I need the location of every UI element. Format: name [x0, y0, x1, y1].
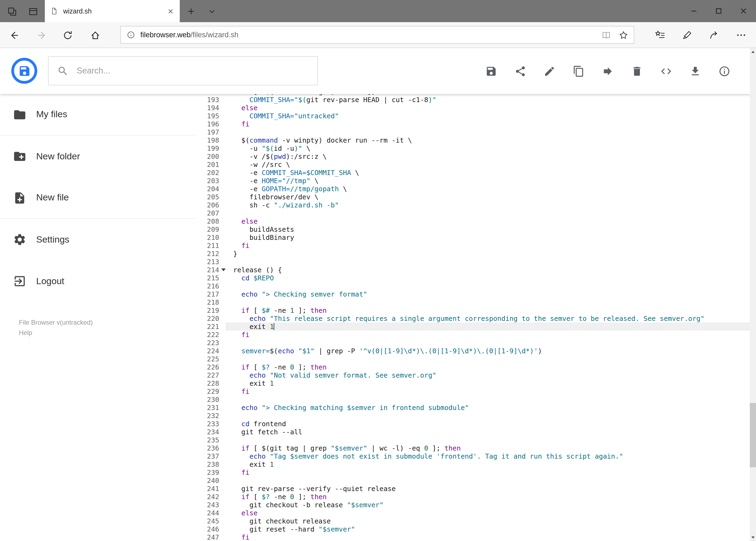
code-line[interactable]: 210 buildBinary — [195, 234, 750, 242]
scroll-up-icon[interactable] — [750, 48, 756, 55]
code-line[interactable]: 215 cd $REPO — [195, 274, 750, 282]
code-line[interactable]: 241 git rev-parse --verify --quiet relea… — [195, 485, 750, 493]
code-line[interactable]: 235 — [195, 436, 750, 444]
code-line[interactable]: 218 — [195, 298, 750, 306]
code-icon[interactable] — [659, 65, 672, 78]
code-line[interactable]: 203 -e HOME="//tmp" \ — [195, 177, 750, 185]
code-line[interactable]: 229 fi — [195, 387, 750, 395]
minimize-button[interactable] — [681, 0, 706, 22]
code-line[interactable]: 223 — [195, 339, 750, 347]
code-line[interactable]: 212} — [195, 250, 750, 258]
code-line[interactable]: 245 git checkout release — [195, 517, 750, 525]
code-line[interactable]: 226 if [ $? -ne 0 ]; then — [195, 363, 750, 371]
set-tabs-aside-icon[interactable] — [26, 4, 40, 18]
code-line[interactable]: 240 — [195, 476, 750, 485]
code-line[interactable]: 247 fi — [195, 533, 750, 541]
code-line[interactable]: 222 fi — [195, 330, 750, 339]
web-note-icon[interactable] — [676, 24, 698, 46]
search-box[interactable] — [48, 56, 318, 85]
refresh-icon[interactable] — [61, 28, 75, 43]
sidebar-item-settings[interactable]: Settings — [0, 219, 195, 261]
code-line[interactable]: 220 echo "This release script requires a… — [195, 314, 750, 322]
back-icon[interactable] — [7, 28, 22, 43]
code-line[interactable]: 198 $(command -v winpty) docker run --rm… — [195, 136, 750, 144]
code-line[interactable]: 231 echo "> Checking matching $semver in… — [195, 403, 750, 412]
code-line[interactable]: 206 sh -c "./wizard.sh -b" — [195, 201, 750, 209]
code-line[interactable]: 225 — [195, 355, 750, 363]
code-line[interactable]: 230 — [195, 395, 750, 403]
code-line[interactable]: 243 git checkout -b release "$semver" — [195, 501, 750, 509]
share-file-icon[interactable] — [514, 65, 527, 78]
code-line[interactable]: 233 cd frontend — [195, 420, 750, 428]
new-tab-button[interactable] — [184, 4, 198, 18]
code-line[interactable]: 239 fi — [195, 468, 750, 476]
sidebar-item-new-file[interactable]: New file — [0, 177, 195, 219]
tab-close-icon[interactable] — [167, 7, 174, 15]
code-line[interactable]: 194 else — [195, 104, 750, 112]
address-bar[interactable]: filebrowser.web/files/wizard.sh — [121, 26, 634, 44]
sidebar-item-my-files[interactable]: My files — [0, 94, 195, 136]
fold-arrow-icon[interactable] — [221, 269, 226, 271]
home-icon[interactable] — [88, 28, 103, 43]
hub-icon[interactable] — [649, 24, 671, 46]
code-line[interactable]: 224 semver=$(echo "$1" | grep -P '^v(0|[… — [195, 347, 750, 355]
share-icon[interactable] — [703, 24, 725, 46]
code-line[interactable]: 211 fi — [195, 242, 750, 250]
code-line[interactable]: 208 else — [195, 217, 750, 225]
code-line[interactable]: 228 exit 1 — [195, 379, 750, 387]
scroll-down-icon[interactable] — [750, 534, 756, 541]
code-line[interactable]: 217 echo "> Checking semver format" — [195, 290, 750, 298]
tab-list-chevron-icon[interactable] — [205, 4, 219, 18]
tabs-overview-icon[interactable] — [5, 4, 19, 18]
code-line[interactable]: 204 -e GOPATH=//tmp/gopath \ — [195, 185, 750, 193]
code-line[interactable]: 196 fi — [195, 120, 750, 128]
move-icon[interactable] — [601, 65, 614, 78]
delete-icon[interactable] — [630, 65, 643, 78]
code-line[interactable]: 244 else — [195, 509, 750, 517]
code-line[interactable]: 195 COMMIT_SHA="untracked" — [195, 112, 750, 120]
browser-tab[interactable]: wizard.sh — [45, 0, 180, 22]
code-line[interactable]: 219 if [ $# -ne 1 ]; then — [195, 306, 750, 314]
code-line[interactable]: 205 filebrowser/dev \ — [195, 193, 750, 201]
reading-view-icon[interactable] — [601, 30, 611, 40]
sidebar-item-logout[interactable]: Logout — [0, 261, 195, 302]
page-info-icon[interactable] — [126, 30, 135, 39]
code-line[interactable]: 237 echo "Tag $semver does not exist in … — [195, 452, 750, 460]
help-link[interactable]: Help — [19, 328, 93, 338]
code-line[interactable]: 213 — [195, 258, 750, 266]
code-line[interactable]: 214release () { — [195, 266, 750, 274]
filebrowser-logo[interactable] — [11, 57, 38, 84]
code-line[interactable]: 200 -v /$(pwd):/src:z \ — [195, 152, 750, 161]
code-line[interactable]: 238 exit 1 — [195, 460, 750, 468]
code-line[interactable]: 236 if [ $(git tag | grep "$semver" | wc… — [195, 444, 750, 452]
save-icon[interactable] — [484, 65, 497, 78]
code-line[interactable]: 234 git fetch --all — [195, 428, 750, 436]
code-line[interactable]: 246 git reset --hard "$semver" — [195, 525, 750, 533]
forward-icon[interactable] — [35, 28, 49, 43]
close-button[interactable] — [731, 0, 756, 22]
code-line[interactable]: 207 — [195, 209, 750, 217]
more-icon[interactable] — [730, 24, 752, 46]
code-line[interactable]: 221 exit 1 — [195, 322, 750, 330]
code-line[interactable]: 227 echo "Not valid semver format. See s… — [195, 371, 750, 379]
scrollbar-thumb[interactable] — [750, 403, 756, 467]
maximize-button[interactable] — [706, 0, 731, 22]
code-line[interactable]: 232 — [195, 412, 750, 420]
code-editor[interactable]: 192 if [ "$(command -v git)" != "" ]; th… — [195, 94, 750, 541]
search-input[interactable] — [76, 65, 309, 76]
sidebar-item-new-folder[interactable]: New folder — [0, 136, 195, 177]
favorite-star-icon[interactable] — [619, 30, 629, 40]
code-line[interactable]: 209 buildAssets — [195, 225, 750, 234]
info-icon[interactable] — [718, 65, 731, 78]
code-line[interactable]: 242 if [ $? -ne 0 ]; then — [195, 493, 750, 501]
code-line[interactable]: 193 COMMIT_SHA="$(git rev-parse HEAD | c… — [195, 96, 750, 104]
page-scrollbar[interactable] — [750, 48, 756, 541]
edit-icon[interactable] — [543, 65, 556, 78]
code-line[interactable]: 201 -w //src \ — [195, 161, 750, 169]
download-icon[interactable] — [688, 65, 701, 78]
code-line[interactable]: 216 — [195, 282, 750, 290]
code-line[interactable]: 197 — [195, 128, 750, 136]
copy-icon[interactable] — [572, 65, 585, 78]
code-line[interactable]: 199 -u "$(id -u)" \ — [195, 144, 750, 152]
code-line[interactable]: 202 -e COMMIT_SHA=$COMMIT_SHA \ — [195, 169, 750, 177]
